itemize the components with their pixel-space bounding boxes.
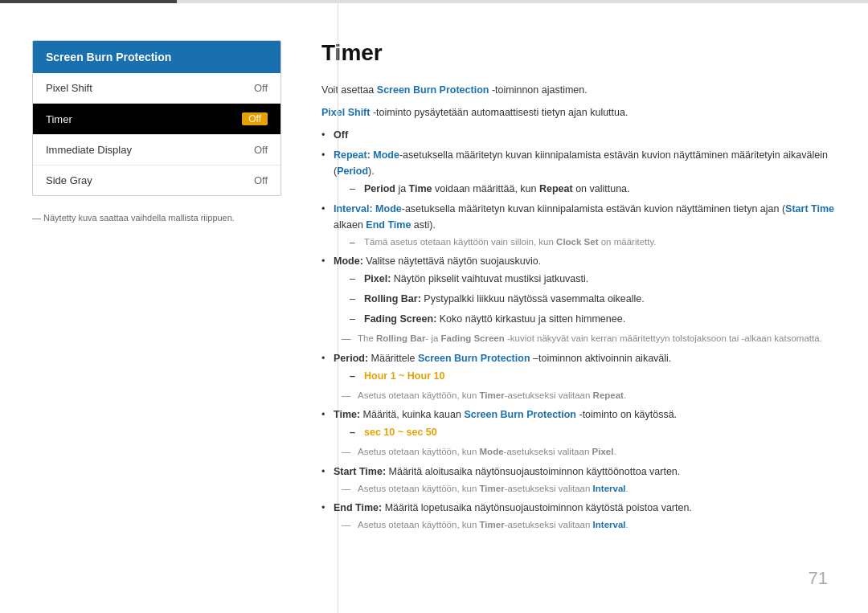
list-item-off: Off (321, 127, 836, 143)
interval-note: Tämä asetus otetaan käyttöön vain silloi… (350, 235, 836, 249)
mode-rolling-bar: Rolling Bar: Pystypalkki liikkuu näytöss… (350, 291, 836, 307)
sidebar-item-value: Off (254, 144, 268, 156)
period-range: Hour 1 ~ Hour 10 (350, 368, 836, 384)
intro-line-1: Voit asettaa Screen Burn Protection -toi… (321, 82, 836, 98)
sidebar-item-pixel-shift[interactable]: Pixel Shift Off (33, 73, 280, 104)
mode-fading-screen: Fading Screen: Koko näyttö kirkastuu ja … (350, 311, 836, 327)
interval-sublist: Tämä asetus otetaan käyttöön vain silloi… (350, 235, 836, 249)
page-title: Timer (321, 40, 836, 66)
top-border-dark (0, 0, 177, 3)
list-item-start-time: Start Time: Määritä aloitusaika näytönsu… (321, 464, 836, 496)
sidebar-menu: Screen Burn Protection Pixel Shift Off T… (32, 40, 281, 196)
sidebar-item-immediate-display[interactable]: Immediate Display Off (33, 135, 280, 166)
sidebar-item-label: Side Gray (46, 174, 92, 186)
sidebar-item-value: Off (254, 174, 268, 186)
sidebar-item-label: Timer (46, 113, 72, 125)
repeat-sublist: Period ja Time voidaan määrittää, kun Re… (350, 181, 836, 197)
time-sublist: sec 10 ~ sec 50 (350, 424, 836, 440)
end-time-note: — Asetus otetaan käyttöön, kun Timer-ase… (334, 517, 836, 532)
time-note: — Asetus otetaan käyttöön, kun Mode-aset… (334, 444, 836, 459)
top-border (0, 0, 868, 3)
list-item-mode: Mode: Valitse näytettävä näytön suojausk… (321, 253, 836, 345)
page-number: 71 (809, 568, 828, 589)
sidebar-item-side-gray[interactable]: Side Gray Off (33, 166, 280, 195)
sidebar-item-value: Off (242, 112, 268, 125)
time-range: sec 10 ~ sec 50 (350, 424, 836, 440)
content-area: Timer Voit asettaa Screen Burn Protectio… (313, 24, 836, 589)
sidebar: Screen Burn Protection Pixel Shift Off T… (32, 24, 281, 589)
period-sublist: Hour 1 ~ Hour 10 (350, 368, 836, 384)
main-list: Off Repeat: Mode-asetuksella määritetyn … (321, 127, 836, 532)
mode-sublist: Pixel: Näytön pikselit vaihtuvat mustiks… (350, 271, 836, 327)
list-item-period: Period: Määrittele Screen Burn Protectio… (321, 350, 836, 403)
list-item-repeat: Repeat: Mode-asetuksella määritetyn kuva… (321, 147, 836, 197)
sidebar-item-label: Pixel Shift (46, 82, 92, 94)
repeat-sub-item: Period ja Time voidaan määrittää, kun Re… (350, 181, 836, 197)
sidebar-header: Screen Burn Protection (33, 41, 280, 73)
sidebar-note: ― Näytetty kuva saattaa vaihdella mallis… (32, 212, 281, 224)
list-item-interval: Interval: Mode-asetuksella määritetyn ku… (321, 201, 836, 249)
sidebar-item-label: Immediate Display (46, 144, 132, 156)
period-note: — Asetus otetaan käyttöön, kun Timer-ase… (334, 388, 836, 403)
start-time-note: — Asetus otetaan käyttöön, kun Timer-ase… (334, 481, 836, 496)
content-body: Voit asettaa Screen Burn Protection -toi… (321, 82, 836, 532)
intro-line-2: Pixel Shift -toiminto pysäytetään automa… (321, 104, 836, 121)
mode-note: — The Rolling Bar- ja Fading Screen -kuv… (334, 331, 836, 345)
sidebar-item-value: Off (254, 82, 268, 94)
top-border-light (177, 0, 868, 3)
list-item-end-time: End Time: Määritä lopetusaika näytönsuoj… (321, 500, 836, 532)
list-item-time: Time: Määritä, kuinka kauan Screen Burn … (321, 407, 836, 459)
sidebar-item-timer[interactable]: Timer Off (33, 104, 280, 135)
mode-pixel: Pixel: Näytön pikselit vaihtuvat mustiks… (350, 271, 836, 287)
